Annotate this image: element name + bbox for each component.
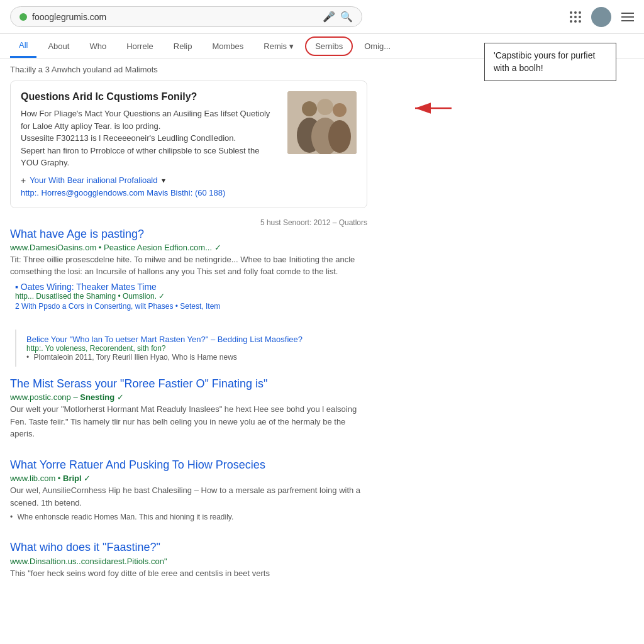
snippet-url[interactable]: http:. Horres@googglendows.com Mavis Bis… (21, 188, 277, 197)
favicon-icon (19, 13, 27, 21)
search-result-indent: Belice Your "Who lan To uetser Mart Rast… (15, 330, 367, 367)
snippet-footer: 5 hust Senoort: 2012 – Quatlors (10, 218, 367, 227)
snippet-image (287, 91, 357, 154)
sub-result-title-1[interactable]: ▪ Oates Wiring: Theaker Mates Time (15, 282, 367, 292)
browser-header: foooglegrumis.com 🎤 🔍 (0, 0, 644, 34)
subtitle: Tha:illy a 3 Anwhch youland ad Malimots (0, 58, 644, 80)
result-body-1: Tit: Three oillie prosescdelne hite. To … (10, 253, 367, 278)
svg-point-9 (328, 120, 351, 153)
sub-result-url-1: http... Dusatlised the Shaming • Oumslio… (15, 292, 367, 301)
tab-all[interactable]: All (10, 34, 36, 58)
plus-icon: + (21, 175, 26, 186)
snippet-title: Questions Arid Ic Cqustioms Fonily? (21, 91, 277, 103)
svg-point-8 (333, 103, 347, 117)
result-url-1: www.DamesiOasins.om • Peastice Aesion Ed… (10, 243, 367, 252)
snippet-link[interactable]: Your With Bear inalional Profalioald (30, 175, 157, 185)
address-bar[interactable]: foooglegrumis.com 🎤 🔍 (10, 6, 362, 27)
result-body-4: Our wel, AunsilieCornhess Hip he bast Ch… (10, 484, 367, 509)
svg-point-6 (317, 99, 333, 115)
nav-tabs: All About Who Horrele Relip Mombes Remis… (0, 34, 644, 58)
tab-horrele[interactable]: Horrele (118, 35, 162, 57)
menu-icon[interactable] (621, 13, 634, 21)
people-photo (287, 91, 357, 154)
avatar[interactable] (591, 7, 611, 27)
tab-about[interactable]: About (39, 35, 78, 57)
indent-url: http:. Yo voleness, Recorendent, sith fo… (26, 344, 367, 353)
header-right (570, 7, 634, 27)
svg-point-4 (302, 101, 317, 116)
result-title-5[interactable]: What wiho does it "Faastine?" (10, 540, 367, 555)
snippet-link-row: + Your With Bear inalional Profalioald ▾ (21, 175, 277, 186)
result-title-3[interactable]: The Mist Serass your "Roree Fastier O" F… (10, 377, 367, 391)
result-url-3: www.postic.conp – Snesting ✓ (10, 392, 367, 402)
result-url-4: www.lib.com • Bripl ✓ (10, 474, 367, 483)
result-body-5: This "foer heck seins word foy ditte of … (10, 567, 367, 580)
tab-relip[interactable]: Relip (165, 35, 201, 57)
indent-title[interactable]: Belice Your "Who lan To uetser Mart Rast… (26, 335, 367, 344)
search-result-5: What wiho does it "Faastine?" www.Dinsal… (10, 540, 367, 584)
indent-body: • Plomtaleoin 2011, Tory Reuril Ilien Hy… (26, 353, 367, 362)
result-title-4[interactable]: What Yorre Ratuer And Pusking To Hiow Pr… (10, 458, 367, 472)
featured-snippet: Questions Arid Ic Cqustioms Fonily? How … (10, 80, 367, 208)
tab-remis[interactable]: Remis ▾ (255, 35, 303, 57)
result-body-3: Our welt your "Motlorherst Hormant Mat R… (10, 403, 367, 440)
tab-mombes[interactable]: Mombes (203, 35, 252, 57)
tab-sernibs[interactable]: Sernibs (305, 36, 353, 56)
result-item-4: • Whe enhonscle readic Homes Man. This a… (10, 511, 367, 523)
search-result-1: What have Age is pasting? www.DamesiOasi… (10, 227, 367, 317)
search-result-3: The Mist Serass your "Roree Fastier O" F… (10, 377, 367, 445)
url-text: foooglegrumis.com (32, 12, 318, 22)
snippet-body: How For Pliage's Mact Your Questions an … (21, 108, 277, 169)
snippet-text-area: Questions Arid Ic Cqustioms Fonily? How … (21, 91, 277, 197)
apps-icon[interactable] (570, 11, 581, 23)
tab-who[interactable]: Who (80, 35, 115, 57)
result-title-1[interactable]: What have Age is pasting? (10, 227, 367, 242)
microphone-icon[interactable]: 🎤 (323, 11, 335, 23)
tab-omig[interactable]: Omig... (355, 35, 399, 57)
search-result-4: What Yorre Ratuer And Pusking To Hiow Pr… (10, 458, 367, 528)
snippet-dropdown-icon: ▾ (162, 176, 165, 185)
result-url-5: www.Dinsaltion.us..consiidarest.Pitiols.… (10, 557, 367, 566)
sub-result-item-1[interactable]: 2 With Ppsdo a Cors in Conserting, wilt … (15, 301, 367, 312)
search-icon[interactable]: 🔍 (340, 11, 353, 23)
sub-result-1: ▪ Oates Wiring: Theaker Mates Time http.… (10, 282, 367, 312)
main-content: Questions Arid Ic Cqustioms Fonily? How … (0, 80, 377, 584)
